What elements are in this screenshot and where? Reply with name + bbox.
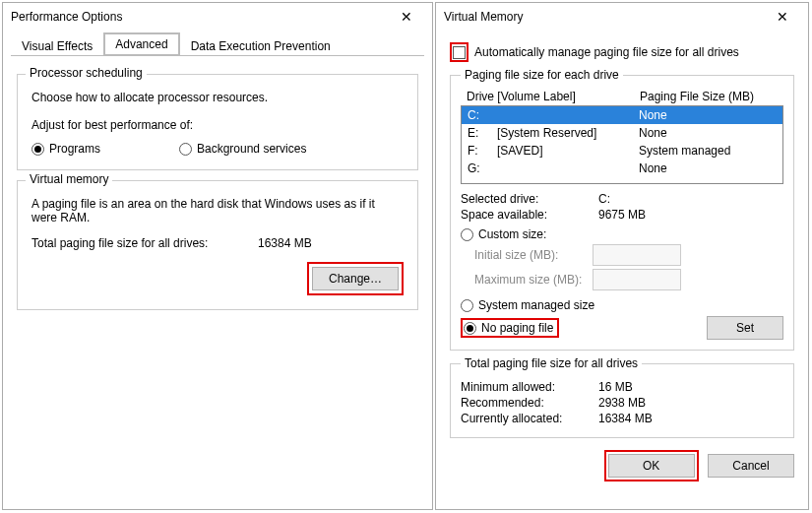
radio-background-services[interactable]: Background services <box>179 142 306 156</box>
totals-group: Total paging file size for all drives Mi… <box>450 356 794 438</box>
vm-titlebar: Virtual Memory ✕ <box>436 3 808 31</box>
drive-row-f[interactable]: F: [SAVED] System managed <box>462 142 782 160</box>
processor-scheduling-group: Processor scheduling Choose how to alloc… <box>17 74 418 170</box>
tab-visual-effects[interactable]: Visual Effects <box>11 35 103 56</box>
tab-dep[interactable]: Data Execution Prevention <box>180 35 342 56</box>
max-size-label: Maximum size (MB): <box>474 273 593 287</box>
change-button[interactable]: Change… <box>312 267 399 290</box>
perf-tabs: Visual Effects Advanced Data Execution P… <box>11 34 424 56</box>
min-value: 16 MB <box>598 380 633 394</box>
auto-manage-checkbox[interactable]: Automatically manage paging file size fo… <box>450 42 794 62</box>
close-icon[interactable]: ✕ <box>387 3 426 31</box>
vm-total-value: 16384 MB <box>258 236 312 250</box>
set-button[interactable]: Set <box>707 316 783 340</box>
paging-file-size-group: Paging file size for each drive Drive [V… <box>450 68 794 351</box>
min-label: Minimum allowed: <box>461 380 598 394</box>
vm-title: Virtual Memory <box>444 10 763 24</box>
ps-intro: Choose how to allocate processor resourc… <box>31 91 404 104</box>
space-value: 9675 MB <box>598 208 646 222</box>
rec-value: 2938 MB <box>598 396 646 410</box>
seldrive-label: Selected drive: <box>461 192 598 206</box>
cur-label: Currently allocated: <box>461 412 598 425</box>
vm-desc: A paging file is an area on the hard dis… <box>31 197 396 224</box>
perf-title: Performance Options <box>11 10 387 24</box>
perf-titlebar: Performance Options ✕ <box>3 3 432 31</box>
initial-size-input <box>593 244 681 266</box>
cur-value: 16384 MB <box>598 412 653 425</box>
close-icon[interactable]: ✕ <box>763 3 802 31</box>
drive-row-g[interactable]: G: None <box>462 160 782 177</box>
radio-programs[interactable]: Programs <box>31 142 179 156</box>
checkbox-icon <box>453 46 466 59</box>
hdr-size: Paging File Size (MB) <box>640 90 778 103</box>
vm-total-label: Total paging file size for all drives: <box>31 236 258 250</box>
ps-adjust: Adjust for best performance of: <box>31 118 404 132</box>
virtual-memory-dialog: Virtual Memory ✕ Automatically manage pa… <box>435 2 809 510</box>
drive-row-e[interactable]: E: [System Reserved] None <box>462 124 782 142</box>
pfs-legend: Paging file size for each drive <box>461 68 623 82</box>
vm-legend: Virtual memory <box>26 172 112 186</box>
init-size-label: Initial size (MB): <box>474 248 593 262</box>
tab-advanced[interactable]: Advanced <box>103 32 179 56</box>
ps-legend: Processor scheduling <box>26 66 147 80</box>
radio-no-paging-file[interactable]: No paging file <box>464 321 553 335</box>
radio-icon <box>179 143 192 156</box>
virtual-memory-group: Virtual memory A paging file is an area … <box>17 180 418 310</box>
radio-icon <box>461 228 473 241</box>
space-label: Space available: <box>461 208 598 222</box>
cancel-button[interactable]: Cancel <box>708 454 794 478</box>
maximum-size-input <box>593 269 681 290</box>
radio-icon <box>461 299 473 312</box>
drive-row-c[interactable]: C: None <box>462 106 782 124</box>
rec-label: Recommended: <box>461 396 598 410</box>
radio-icon <box>31 143 44 156</box>
radio-custom-size[interactable]: Custom size: <box>461 227 783 241</box>
hdr-drive: Drive [Volume Label] <box>467 90 640 103</box>
drive-list[interactable]: C: None E: [System Reserved] None F: [SA… <box>461 105 783 184</box>
seldrive-value: C: <box>598 192 610 206</box>
performance-options-window: Performance Options ✕ Visual Effects Adv… <box>2 2 433 510</box>
radio-system-managed[interactable]: System managed size <box>461 298 783 312</box>
radio-icon <box>464 322 476 335</box>
ok-button[interactable]: OK <box>608 454 695 478</box>
totals-legend: Total paging file size for all drives <box>461 356 642 370</box>
